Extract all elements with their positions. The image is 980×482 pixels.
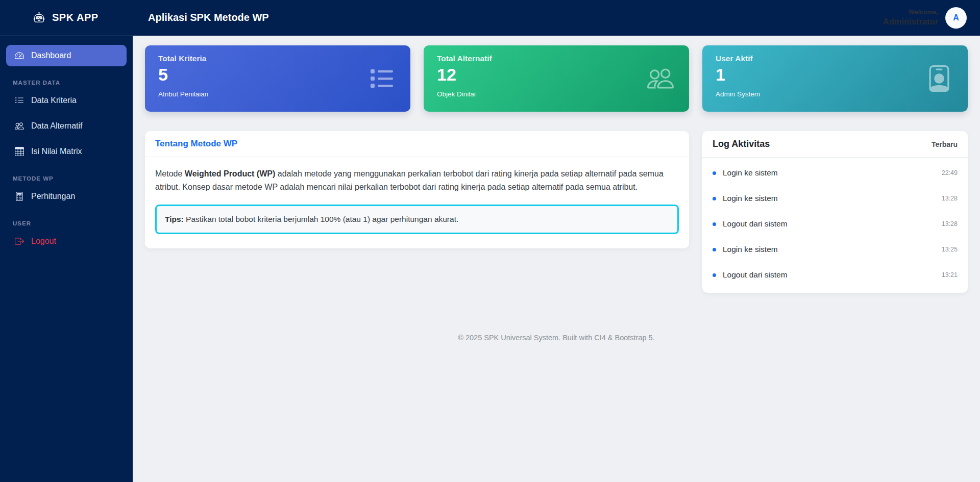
activity-log-card: Log Aktivitas Terbaru Login ke sistem 22… <box>702 131 968 293</box>
list-icon <box>369 65 395 92</box>
stat-title: Total Kriteria <box>158 54 397 63</box>
stat-card-total-kriteria: Total Kriteria 5 Atribut Penilaian <box>145 45 410 112</box>
stat-title: Total Alternatif <box>437 54 676 63</box>
sidebar-section-master-data: MASTER DATA <box>13 80 120 86</box>
sidebar-item-label: Logout <box>31 237 56 246</box>
log-item: Logout dari sistem 13:28 <box>713 211 958 237</box>
log-item-text: Login ke sistem <box>723 168 778 177</box>
navbar-user-area: Welcome, Administrator A <box>883 7 980 29</box>
about-card-header: Tentang Metode WP <box>145 131 689 157</box>
sidebar-item-label: Data Kriteria <box>31 96 77 105</box>
bullet-dot-icon <box>713 222 716 226</box>
log-item-text: Login ke sistem <box>723 194 778 203</box>
sidebar-item-perhitungan[interactable]: Perhitungan <box>6 186 127 207</box>
log-item: Logout dari sistem 13:21 <box>713 262 958 288</box>
sidebar-item-label: Data Alternatif <box>31 121 83 131</box>
sidebar-section-user: USER <box>13 220 120 226</box>
activity-log-badge: Terbaru <box>932 140 958 148</box>
sidebar-section-metode-wp: METODE WP <box>13 175 120 182</box>
robot-icon <box>34 12 44 23</box>
log-item: Login ke sistem 13:25 <box>713 237 958 262</box>
log-item-time: 13:28 <box>942 195 958 202</box>
about-paragraph: Metode Weighted Product (WP) adalah meto… <box>155 167 679 193</box>
sidebar-nav: Dashboard MASTER DATA Data Kriteria Data… <box>0 45 133 252</box>
people-icon <box>647 65 674 92</box>
log-item-time: 13:28 <box>942 220 958 227</box>
main-content: Total Kriteria 5 Atribut Penilaian Total… <box>133 36 980 482</box>
stat-cards-row: Total Kriteria 5 Atribut Penilaian Total… <box>145 45 968 112</box>
app-brand[interactable]: SPK APP <box>0 12 133 23</box>
tips-text: Pastikan total bobot kriteria berjumlah … <box>184 215 459 223</box>
table-grid-icon <box>15 147 24 156</box>
page-title: Aplikasi SPK Metode WP <box>148 12 269 23</box>
tips-box: Tips: Pastikan total bobot kriteria berj… <box>155 205 679 234</box>
bullet-dot-icon <box>713 273 716 277</box>
welcome-block: Welcome, Administrator <box>883 8 938 28</box>
sidebar-item-logout[interactable]: Logout <box>6 231 127 252</box>
tips-label: Tips: <box>165 215 184 223</box>
welcome-label: Welcome, <box>883 8 938 16</box>
log-item: Login ke sistem 22:49 <box>713 160 958 186</box>
brand-text: SPK APP <box>52 12 99 23</box>
stat-card-user-aktif: User Aktif 1 Admin System <box>702 45 968 112</box>
activity-log-title: Log Aktivitas <box>713 139 770 149</box>
sidebar-item-label: Dashboard <box>31 51 71 60</box>
sidebar: Dashboard MASTER DATA Data Kriteria Data… <box>0 36 133 482</box>
logout-icon <box>15 237 24 246</box>
stat-card-total-alternatif: Total Alternatif 12 Objek Dinilai <box>424 45 689 112</box>
sidebar-item-isi-nilai-matrix[interactable]: Isi Nilai Matrix <box>6 141 127 162</box>
log-item-time: 22:49 <box>942 169 958 176</box>
stat-value: 5 <box>158 65 397 85</box>
stat-subtitle: Objek Dinilai <box>437 90 676 98</box>
list-ul-icon <box>15 96 24 105</box>
content-row: Tentang Metode WP Metode Weighted Produc… <box>145 131 968 293</box>
log-item-text: Logout dari sistem <box>723 270 788 280</box>
top-navbar: SPK APP Aplikasi SPK Metode WP Welcome, … <box>0 0 980 36</box>
bullet-dot-icon <box>713 248 716 251</box>
username: Administrator <box>883 16 938 27</box>
log-item-time: 13:21 <box>942 271 958 278</box>
log-item-text: Logout dari sistem <box>723 219 788 229</box>
stat-subtitle: Atribut Penilaian <box>158 90 397 98</box>
about-card: Tentang Metode WP Metode Weighted Produc… <box>145 131 689 248</box>
people-icon <box>15 121 24 131</box>
stat-value: 1 <box>716 65 954 85</box>
sidebar-item-dashboard[interactable]: Dashboard <box>6 45 127 66</box>
bullet-dot-icon <box>713 171 716 175</box>
calculator-icon <box>15 192 24 201</box>
about-bold-term: Weighted Product (WP) <box>185 169 275 178</box>
log-item-time: 13:25 <box>942 246 958 253</box>
activity-log-header: Log Aktivitas Terbaru <box>702 131 968 158</box>
log-item: Login ke sistem 13:28 <box>713 186 958 211</box>
footer-text: © 2025 SPK Universal System. Built with … <box>145 334 968 342</box>
activity-log-list: Login ke sistem 22:49 Login ke sistem 13… <box>702 158 968 293</box>
about-card-body: Metode Weighted Product (WP) adalah meto… <box>145 157 689 248</box>
sidebar-item-label: Perhitungan <box>31 192 75 201</box>
stat-subtitle: Admin System <box>716 90 954 98</box>
sidebar-item-data-alternatif[interactable]: Data Alternatif <box>6 115 127 137</box>
about-title: Tentang Metode WP <box>155 139 237 148</box>
bullet-dot-icon <box>713 197 716 200</box>
stat-title: User Aktif <box>716 54 954 63</box>
avatar[interactable]: A <box>945 7 967 29</box>
sidebar-item-data-kriteria[interactable]: Data Kriteria <box>6 90 127 111</box>
person-badge-icon <box>926 65 952 92</box>
log-item-text: Login ke sistem <box>723 245 778 254</box>
speedometer-icon <box>15 51 24 60</box>
sidebar-item-label: Isi Nilai Matrix <box>31 147 82 156</box>
stat-value: 12 <box>437 65 676 85</box>
